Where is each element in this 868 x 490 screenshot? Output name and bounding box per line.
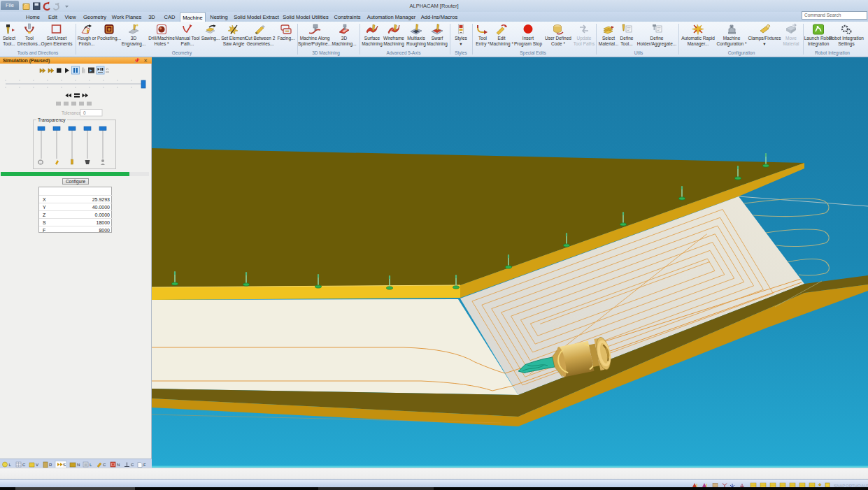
svg-text:Tolerance: Tolerance <box>62 110 82 115</box>
svg-text:R: R <box>49 463 52 467</box>
svg-text:L: L <box>9 463 12 467</box>
svg-text:S: S <box>63 463 66 467</box>
svg-text:C: C <box>103 463 106 467</box>
svg-text:N: N <box>77 463 80 467</box>
svg-text:C: C <box>22 463 26 467</box>
svg-text:F: F <box>143 463 146 467</box>
svg-text:L: L <box>90 463 92 467</box>
svg-text:V: V <box>36 463 38 467</box>
svg-text:C: C <box>131 463 134 467</box>
svg-text:N: N <box>117 463 120 467</box>
svg-text:0: 0 <box>83 110 86 115</box>
